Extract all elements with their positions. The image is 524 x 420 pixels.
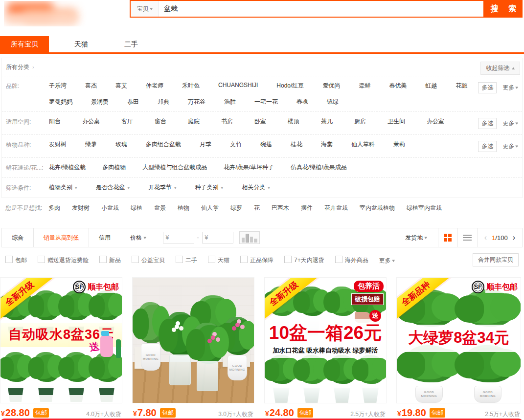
tab-all-items[interactable]: 所有宝贝 xyxy=(0,36,49,52)
suggestion-link[interactable]: 绿植室内盆栽 xyxy=(407,204,442,212)
search-button[interactable]: 搜 索 xyxy=(484,0,523,18)
brand-option[interactable]: 春优美 xyxy=(389,82,407,90)
brand-option[interactable]: 喜杰 xyxy=(85,82,97,90)
more-button[interactable]: 更多 xyxy=(502,141,518,151)
more-button[interactable]: 更多 xyxy=(502,118,518,128)
brand-option[interactable]: Hodo/红豆 xyxy=(276,82,304,90)
space-option[interactable]: 厨房 xyxy=(354,117,366,126)
space-option[interactable]: 办公室 xyxy=(427,117,444,126)
ship-from-dropdown[interactable]: 发货地 xyxy=(394,228,438,247)
filter-checkbox[interactable]: 新品 xyxy=(99,256,121,265)
filter-checkbox[interactable]: 包邮 xyxy=(5,256,27,265)
filter-checkbox[interactable]: 公益宝贝 xyxy=(132,256,165,265)
prev-page-button[interactable]: ‹ xyxy=(484,233,487,242)
sort-price[interactable]: 价格 xyxy=(120,228,156,247)
brand-option[interactable]: 万花谷 xyxy=(188,98,205,106)
space-option[interactable]: 办公桌 xyxy=(82,117,100,126)
suggestion-link[interactable]: 发财树 xyxy=(72,204,90,212)
sort-default[interactable]: 综合 xyxy=(2,228,33,247)
suggestion-link[interactable]: 多肉 xyxy=(48,204,60,212)
brand-option[interactable]: 花旅 xyxy=(456,82,467,90)
brand-option[interactable]: 镜绿 xyxy=(327,98,339,106)
suggestion-link[interactable]: 仙人掌 xyxy=(201,204,219,212)
filter-dropdown[interactable]: 相关分类 xyxy=(242,183,270,192)
category-option[interactable]: 仿真花/绿植/蔬果成品 xyxy=(291,163,347,172)
search-input[interactable] xyxy=(159,1,483,17)
brand-option[interactable]: 一宅一花 xyxy=(254,98,278,106)
multi-select-button[interactable]: 多选 xyxy=(478,82,497,93)
site-logo[interactable] xyxy=(4,1,87,26)
space-option[interactable]: 楼顶 xyxy=(288,117,299,126)
brand-option[interactable]: 禾叶色 xyxy=(182,82,200,90)
variety-option[interactable]: 多肉组合盆栽 xyxy=(146,140,181,149)
filter-checkbox[interactable]: 天猫 xyxy=(208,256,229,265)
brand-option[interactable]: 喜艾 xyxy=(115,82,127,90)
suggestion-link[interactable]: 巴西木 xyxy=(272,204,289,212)
more-button[interactable]: 更多 xyxy=(502,82,518,92)
brand-option[interactable]: 春魂 xyxy=(296,98,308,106)
space-option[interactable]: 阳台 xyxy=(49,117,61,126)
category-option[interactable]: 花卉/蔬果/草坪种子 xyxy=(224,163,274,172)
variety-option[interactable]: 月季 xyxy=(200,140,211,149)
product-card[interactable]: 全新升级 包养活 破损包赔 送 10盆一箱26元 加水口花盆 吸水棒自动吸水 绿… xyxy=(264,277,387,420)
grid-view-button[interactable] xyxy=(438,228,457,247)
brand-option[interactable]: 爱优尚 xyxy=(322,82,340,90)
tab-secondhand[interactable]: 二手 xyxy=(114,36,149,52)
collapse-filters-button[interactable]: 收起筛选 xyxy=(480,62,520,75)
variety-option[interactable]: 海棠 xyxy=(321,140,333,149)
multi-select-button[interactable]: 多选 xyxy=(478,141,497,152)
product-image[interactable]: 全新升级 SF 顺丰包邮 自动吸水8盆36元 送 xyxy=(0,277,122,403)
sort-credit[interactable]: 信用 xyxy=(89,228,120,247)
filter-checkbox[interactable]: 二手 xyxy=(176,256,197,265)
product-card[interactable]: GOOD MORNING GOOD MORNING GOOD MORNING G… xyxy=(396,277,521,420)
suggestion-link[interactable]: 小盆栽 xyxy=(101,204,119,212)
space-option[interactable]: 卧室 xyxy=(254,117,266,126)
filter-dropdown[interactable]: 种子类别 xyxy=(195,183,224,192)
multi-select-button[interactable]: 多选 xyxy=(478,118,497,129)
brand-option[interactable]: 子乐湾 xyxy=(49,82,67,90)
brand-option[interactable]: 仲老师 xyxy=(146,82,163,90)
product-card[interactable]: GOOD MORNING GOOD MORNING GOOD MORNING ¥… xyxy=(132,277,254,420)
filter-dropdown[interactable]: 植物类别 xyxy=(49,183,77,192)
product-image[interactable]: GOOD MORNING GOOD MORNING GOOD MORNING xyxy=(132,277,254,403)
space-option[interactable]: 书房 xyxy=(221,117,233,126)
space-option[interactable]: 庭院 xyxy=(188,117,200,126)
brand-option[interactable]: 牵鲜 xyxy=(359,82,370,90)
suggestion-link[interactable]: 盆景 xyxy=(154,204,166,212)
variety-option[interactable]: 文竹 xyxy=(230,140,242,149)
variety-option[interactable]: 发财树 xyxy=(49,140,67,149)
category-option[interactable]: 多肉植物 xyxy=(102,163,126,172)
suggestion-link[interactable]: 花卉盆栽 xyxy=(324,204,348,212)
filter-checkbox[interactable]: 正品保障 xyxy=(240,256,273,265)
space-option[interactable]: 卫生间 xyxy=(387,117,405,126)
next-page-button[interactable]: › xyxy=(513,233,515,242)
variety-option[interactable]: 仙人掌科 xyxy=(351,140,375,149)
suggestion-link[interactable]: 花 xyxy=(254,204,260,212)
variety-option[interactable]: 桂花 xyxy=(291,140,302,149)
space-option[interactable]: 窗台 xyxy=(155,117,166,126)
filter-checkbox[interactable]: 海外商品 xyxy=(335,256,368,265)
price-histogram-icon[interactable] xyxy=(239,231,260,244)
brand-option[interactable]: 虹越 xyxy=(425,82,437,90)
filter-checkbox[interactable]: 7+天内退货 xyxy=(284,256,324,265)
product-image[interactable]: 全新升级 包养活 破损包赔 送 10盆一箱26元 加水口花盆 吸水棒自动吸水 绿… xyxy=(264,277,387,403)
suggestion-link[interactable]: 室内盆栽植物 xyxy=(360,204,395,212)
suggestion-link[interactable]: 绿植 xyxy=(131,204,142,212)
space-option[interactable]: 茶几 xyxy=(321,117,333,126)
sort-sales-desc[interactable]: 销量从高到低 xyxy=(33,228,89,247)
variety-option[interactable]: 玫瑰 xyxy=(115,140,127,149)
variety-option[interactable]: 茉莉 xyxy=(393,140,405,149)
filter-dropdown[interactable]: 开花季节 xyxy=(148,183,177,192)
product-image[interactable]: GOOD MORNING GOOD MORNING GOOD MORNING G… xyxy=(396,277,521,403)
suggestion-link[interactable]: 摆件 xyxy=(301,204,313,212)
more-quick-filters-button[interactable]: 更多 xyxy=(379,255,395,265)
category-option[interactable]: 大型绿植与组合盆栽成品 xyxy=(142,163,207,172)
brand-option[interactable]: CHUANGSHIJI xyxy=(218,82,258,90)
tab-tmall[interactable]: 天猫 xyxy=(64,36,99,52)
brand-option[interactable]: 景润赉 xyxy=(91,98,109,106)
filter-checkbox[interactable]: 赠送退货运费险 xyxy=(38,256,89,265)
brand-option[interactable]: 邦典 xyxy=(158,98,169,106)
search-type-dropdown[interactable]: 宝贝 xyxy=(131,1,159,17)
brand-option[interactable]: 浩胜 xyxy=(224,98,236,106)
list-view-button[interactable] xyxy=(457,228,477,247)
